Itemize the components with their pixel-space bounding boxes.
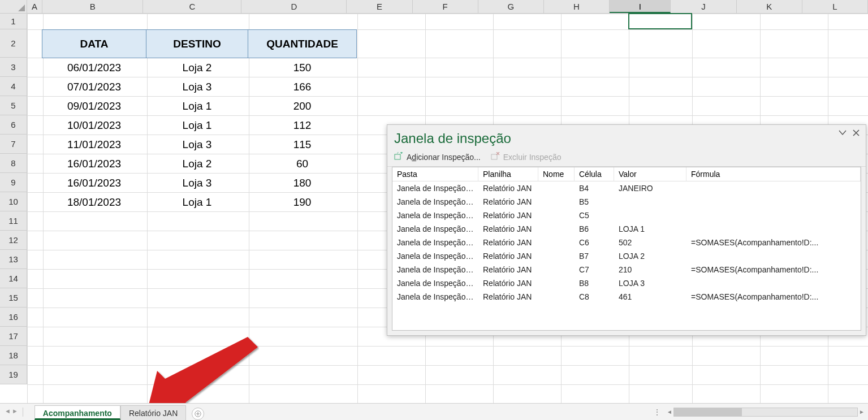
cell-data[interactable]: 06/01/2023	[42, 58, 146, 77]
row-header-9[interactable]: 9	[0, 173, 27, 192]
watch-row[interactable]: Janela de Inspeção (IN...Relatório JANB7…	[392, 249, 861, 263]
column-header-I[interactable]: I	[610, 0, 671, 13]
row-header-6[interactable]: 6	[0, 115, 27, 135]
wh-valor[interactable]: Valor	[614, 167, 686, 181]
cell-destino[interactable]: Loja 2	[146, 154, 248, 174]
table-row[interactable]: 18/01/2023Loja 1190	[42, 193, 357, 212]
row-header-13[interactable]: 13	[0, 250, 27, 269]
th-quantidade[interactable]: QUANTIDADE	[248, 30, 357, 58]
row-header-17[interactable]: 17	[0, 327, 27, 346]
cell-data[interactable]: 18/01/2023	[42, 193, 146, 212]
horizontal-scrollbar[interactable]: ⋮ ◄ ►	[653, 404, 868, 420]
cell-destino[interactable]: Loja 2	[146, 58, 248, 77]
wh-pasta[interactable]: Pasta	[392, 167, 478, 181]
row-header-12[interactable]: 12	[0, 231, 27, 250]
table-row[interactable]: 07/01/2023Loja 3166	[42, 77, 357, 97]
cell-data[interactable]: 10/01/2023	[42, 116, 146, 135]
watch-row[interactable]: Janela de Inspeção (IN...Relatório JANB8…	[392, 276, 861, 290]
cell-quantidade[interactable]: 190	[248, 193, 357, 212]
cell-data[interactable]: 07/01/2023	[42, 77, 146, 97]
th-data[interactable]: DATA	[42, 30, 146, 58]
cell-quantidade[interactable]: 112	[248, 116, 357, 135]
column-header-B[interactable]: B	[42, 0, 143, 13]
row-header-10[interactable]: 10	[0, 192, 27, 211]
column-header-K[interactable]: K	[737, 0, 802, 13]
row-header-1[interactable]: 1	[0, 14, 27, 29]
table-row[interactable]: 16/01/2023Loja 3180	[42, 174, 357, 193]
cell-destino[interactable]: Loja 1	[146, 193, 248, 212]
row-header-3[interactable]: 3	[0, 58, 27, 77]
column-header-F[interactable]: F	[413, 0, 478, 13]
cell-quantidade[interactable]: 115	[248, 135, 357, 154]
cell-destino[interactable]: Loja 1	[146, 97, 248, 116]
row-header-2[interactable]: 2	[0, 29, 27, 58]
column-header-D[interactable]: D	[241, 0, 347, 13]
watch-row[interactable]: Janela de Inspeção (IN...Relatório JANC5	[392, 209, 861, 222]
cell-quantidade[interactable]: 166	[248, 77, 357, 97]
watch-row[interactable]: Janela de Inspeção (IN...Relatório JANB6…	[392, 222, 861, 236]
column-header-G[interactable]: G	[478, 0, 544, 13]
cell-quantidade[interactable]: 200	[248, 97, 357, 116]
table-row[interactable]: 06/01/2023Loja 2150	[42, 58, 357, 77]
wh-formula[interactable]: Fórmula	[686, 167, 861, 181]
watch-row[interactable]: Janela de Inspeção (IN...Relatório JANB4…	[392, 181, 861, 195]
column-header-H[interactable]: H	[544, 0, 610, 13]
close-icon[interactable]	[851, 128, 861, 137]
row-header-16[interactable]: 16	[0, 308, 27, 327]
cell-destino[interactable]: Loja 3	[146, 77, 248, 97]
watch-list[interactable]: Pasta Planilha Nome Célula Valor Fórmula…	[392, 167, 861, 331]
row-header-19[interactable]: 19	[0, 365, 27, 384]
scroll-right-icon[interactable]: ►	[859, 409, 865, 415]
row-header-5[interactable]: 5	[0, 96, 27, 115]
cell-destino[interactable]: Loja 1	[146, 116, 248, 135]
table-row[interactable]: 11/01/2023Loja 3115	[42, 135, 357, 154]
row-header-8[interactable]: 8	[0, 154, 27, 173]
sheet-nav-next-icon[interactable]: ►	[12, 408, 18, 417]
cell-data[interactable]: 16/01/2023	[42, 154, 146, 174]
scroll-thumb[interactable]	[674, 408, 742, 416]
row-header-4[interactable]: 4	[0, 77, 27, 96]
cell-quantidade[interactable]: 60	[248, 154, 357, 174]
column-header-E[interactable]: E	[347, 0, 412, 13]
watch-row[interactable]: Janela de Inspeção (IN...Relatório JANC8…	[392, 290, 861, 304]
table-row[interactable]: 10/01/2023Loja 1112	[42, 116, 357, 135]
wh-planilha[interactable]: Planilha	[478, 167, 538, 181]
cell-data[interactable]: 09/01/2023	[42, 97, 146, 116]
watch-row[interactable]: Janela de Inspeção (IN...Relatório JANB5	[392, 195, 861, 209]
cell-data[interactable]: 11/01/2023	[42, 135, 146, 154]
table-row[interactable]: 16/01/2023Loja 260	[42, 154, 357, 174]
minimize-icon[interactable]	[837, 128, 848, 137]
column-header-J[interactable]: J	[671, 0, 736, 13]
row-header-14[interactable]: 14	[0, 269, 27, 288]
row-header-15[interactable]: 15	[0, 288, 27, 308]
wh-celula[interactable]: Célula	[575, 167, 614, 181]
sheet-tab-acompanhamento[interactable]: Acompanhamento	[34, 405, 120, 420]
select-all-corner[interactable]	[0, 0, 27, 14]
cell-data[interactable]: 16/01/2023	[42, 174, 146, 193]
watch-window[interactable]: Janela de inspeção ? Adicionar Inspeção.…	[387, 124, 866, 336]
scroll-options-icon[interactable]: ⋮	[653, 408, 667, 417]
add-sheet-button[interactable]	[192, 408, 204, 420]
watch-row[interactable]: Janela de Inspeção (IN...Relatório JANC7…	[392, 263, 861, 276]
column-header-A[interactable]: A	[27, 0, 42, 13]
scroll-left-icon[interactable]: ◄	[667, 409, 672, 415]
scroll-track[interactable]	[673, 408, 858, 417]
add-inspection-button[interactable]: ? Adicionar Inspeção...	[394, 152, 481, 162]
table-row[interactable]: 09/01/2023Loja 1200	[42, 97, 357, 116]
th-destino[interactable]: DESTINO	[146, 30, 248, 58]
spreadsheet-grid[interactable]: DATA DESTINO QUANTIDADE 06/01/2023Loja 2…	[27, 14, 868, 403]
sheet-tab-relatorio-jan[interactable]: Relatório JAN	[120, 405, 186, 420]
wh-nome[interactable]: Nome	[538, 167, 575, 181]
column-header-L[interactable]: L	[802, 0, 868, 13]
watch-row[interactable]: Janela de Inspeção (IN...Relatório JANC6…	[392, 236, 861, 249]
cell-quantidade[interactable]: 150	[248, 58, 357, 77]
cell-destino[interactable]: Loja 3	[146, 174, 248, 193]
row-header-11[interactable]: 11	[0, 211, 27, 231]
watch-cell-valor: 461	[614, 290, 686, 304]
cell-destino[interactable]: Loja 3	[146, 135, 248, 154]
sheet-nav-prev-icon[interactable]: ◄	[5, 408, 11, 417]
column-header-C[interactable]: C	[143, 0, 241, 13]
row-header-18[interactable]: 18	[0, 346, 27, 365]
cell-quantidade[interactable]: 180	[248, 174, 357, 193]
row-header-7[interactable]: 7	[0, 135, 27, 154]
